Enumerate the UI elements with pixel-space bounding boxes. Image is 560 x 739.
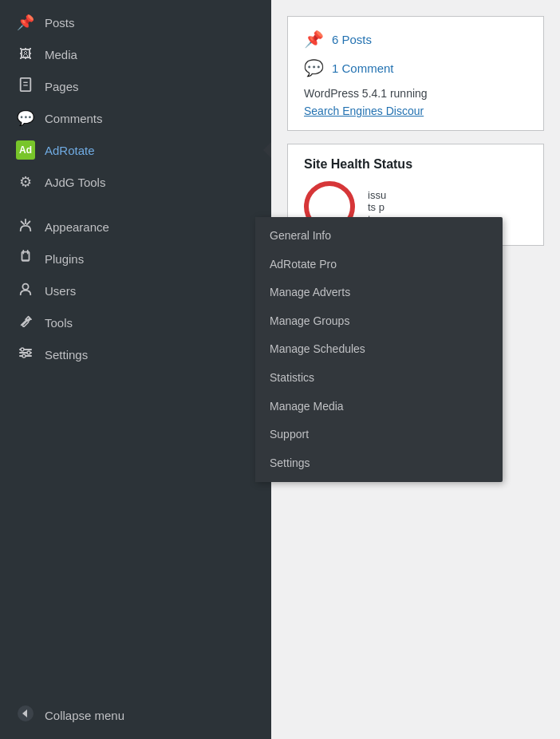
sidebar-item-pages[interactable]: Pages (0, 70, 271, 102)
sidebar-item-label: Settings (45, 348, 88, 362)
sidebar-item-comments[interactable]: 💬 Comments (0, 102, 271, 134)
sidebar-item-label: Pages (45, 80, 79, 93)
svg-point-12 (27, 351, 30, 354)
svg-point-13 (22, 354, 26, 358)
site-health-points-text: ts p (368, 201, 386, 213)
media-icon: 🖼 (16, 47, 35, 61)
submenu-item-adrotate-pro[interactable]: AdRotate Pro (255, 251, 503, 279)
users-icon (16, 282, 35, 300)
pages-icon (16, 77, 35, 96)
submenu-item-manage-adverts[interactable]: Manage Adverts (255, 279, 503, 307)
comments-count: 1 Comment (332, 61, 394, 75)
sidebar-item-tools[interactable]: Tools (0, 306, 271, 338)
submenu-item-manage-groups[interactable]: Manage Groups (255, 307, 503, 336)
sidebar-item-collapse[interactable]: Collapse menu (0, 698, 271, 739)
sidebar-item-users[interactable]: Users (0, 275, 271, 306)
comments-icon: 💬 (16, 109, 35, 127)
submenu-item-settings[interactable]: Settings (255, 449, 503, 478)
sidebar-item-appearance[interactable]: Appearance (0, 211, 271, 243)
sidebar: 📌 Posts 🖼 Media Pages 💬 Comments Ad AdRo… (0, 0, 271, 739)
sidebar-item-label: Tools (45, 316, 73, 330)
sidebar-item-label: Posts (45, 16, 75, 30)
ajdg-tools-icon: ⚙ (16, 173, 35, 191)
sidebar-item-label: AJdG Tools (45, 176, 105, 189)
sidebar-item-ajdg-tools[interactable]: ⚙ AJdG Tools (0, 166, 271, 198)
comments-stat-row: 💬 1 Comment (304, 58, 527, 77)
svg-point-7 (22, 283, 28, 289)
tools-icon (16, 314, 35, 332)
svg-rect-0 (21, 77, 31, 90)
submenu-item-manage-schedules[interactable]: Manage Schedules (255, 335, 503, 364)
submenu-item-support[interactable]: Support (255, 421, 503, 449)
adrotate-icon: Ad (16, 140, 35, 160)
sidebar-separator (0, 198, 271, 211)
submenu-item-general-info[interactable]: General Info (255, 222, 503, 251)
collapse-icon (16, 705, 35, 726)
comments-stat-icon: 💬 (304, 58, 324, 77)
svg-point-11 (21, 348, 24, 351)
posts-stat-row: 📌 6 Posts (304, 30, 527, 49)
sidebar-item-label: Comments (45, 112, 103, 125)
submenu-item-manage-media[interactable]: Manage Media (255, 393, 503, 421)
submenu-arrow (263, 142, 271, 158)
sidebar-item-label: AdRotate (45, 144, 95, 157)
sidebar-item-settings[interactable]: Settings (0, 338, 271, 371)
submenu-item-statistics[interactable]: Statistics (255, 364, 503, 393)
wp-version-text: WordPress 5.4.1 running (304, 87, 527, 100)
sidebar-item-media[interactable]: 🖼 Media (0, 38, 271, 70)
sidebar-item-label: Users (45, 284, 76, 298)
settings-icon (16, 345, 35, 365)
site-health-title: Site Health Status (304, 157, 527, 172)
wp-link[interactable]: Search Engines Discour (304, 105, 527, 117)
sidebar-item-label: Plugins (45, 252, 84, 266)
sidebar-item-plugins[interactable]: Plugins (0, 243, 271, 275)
site-health-issues-text: issu (368, 189, 386, 201)
posts-count: 6 Posts (332, 33, 372, 46)
sidebar-item-posts[interactable]: 📌 Posts (0, 6, 271, 38)
adrotate-submenu: General Info AdRotate Pro Manage Adverts… (255, 217, 503, 482)
appearance-icon (16, 218, 35, 236)
at-a-glance-card: 📌 6 Posts 💬 1 Comment WordPress 5.4.1 ru… (287, 16, 544, 131)
posts-stat-icon: 📌 (304, 30, 324, 49)
posts-icon: 📌 (16, 14, 35, 31)
sidebar-item-adrotate[interactable]: Ad AdRotate (0, 134, 271, 166)
sidebar-item-label: Collapse menu (45, 709, 124, 722)
plugins-icon (16, 250, 35, 268)
sidebar-item-label: Appearance (45, 220, 109, 234)
sidebar-item-label: Media (45, 48, 77, 61)
